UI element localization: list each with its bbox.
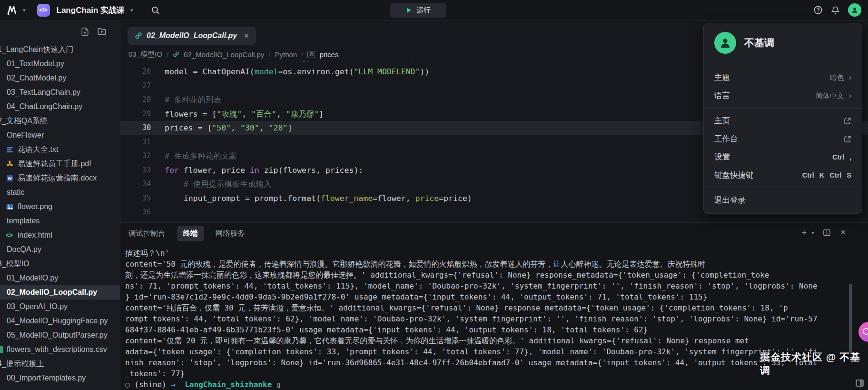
user-avatar[interactable]	[848, 3, 861, 17]
file-label: 1_LangChain快速入门	[0, 45, 73, 55]
bottom-panel: 调试控制台终端网络服务 ＋ ▾ ✕ 描述吗？\n'content='50 元的玫…	[120, 222, 868, 390]
line-number: 28	[120, 93, 151, 107]
play-icon	[406, 7, 412, 13]
close-icon[interactable]: ✕	[244, 32, 249, 40]
panel-tab[interactable]: 终端	[177, 226, 204, 241]
breadcrumb-folder[interactable]: 03_模型IO	[128, 50, 162, 59]
close-panel-icon[interactable]: ✕	[840, 228, 846, 237]
tree-item[interactable]: 03_TextLangChain.py	[0, 85, 120, 100]
tree-item[interactable]: 1_LangChain快速入门	[0, 42, 120, 57]
line-number: 26	[120, 65, 151, 79]
tree-item[interactable]: 04_ModelIO_HuggingFace.py	[0, 314, 120, 328]
chevron-down-icon[interactable]: ▾	[811, 230, 814, 235]
search-icon[interactable]	[151, 6, 160, 15]
tree-item[interactable]: 02_ChatModel.py	[0, 71, 120, 85]
breadcrumb-symbol[interactable]: prices	[319, 50, 338, 59]
dock-panel-icon[interactable]	[855, 379, 864, 388]
project-icon: </>	[37, 4, 50, 17]
menu-item-value: 暗色	[830, 73, 844, 82]
keyboard-shortcut: Ctrl ,	[832, 153, 851, 161]
tree-item[interactable]: flower.png	[0, 200, 120, 214]
terminal-scrollbar[interactable]	[849, 284, 852, 353]
csv-file-icon	[0, 346, 3, 353]
code-text	[151, 135, 165, 150]
run-button[interactable]: 运行	[390, 3, 446, 18]
tree-item[interactable]: 3_模型IO	[0, 257, 120, 271]
menu-item-right: Ctrl ,	[832, 153, 851, 161]
file-tree: 1_LangChain快速入门01_TextModel.py02_ChatMod…	[0, 42, 120, 385]
line-number: 35	[120, 191, 151, 206]
watermark-text: 掘金技术社区 @ 不基调	[760, 350, 868, 377]
html-icon: <>	[6, 231, 14, 239]
tree-item[interactable]: <>index.html	[0, 228, 120, 242]
variable-icon: @	[307, 51, 315, 58]
tree-item[interactable]: 05_ModelIO_OutputParser.py	[0, 328, 120, 342]
breadcrumb-language[interactable]: Python	[275, 50, 297, 59]
tree-item[interactable]: static	[0, 185, 120, 200]
divider	[704, 65, 862, 65]
file-label: 01_ModelIO.py	[7, 274, 59, 282]
code-text: flowers = ["玫瑰", "百合", "康乃馨"]	[151, 107, 324, 121]
tree-item[interactable]: 04_ChatLongChain.py	[0, 100, 120, 114]
panel-tab[interactable]: 调试控制台	[128, 229, 166, 239]
terminal-output-line: 684f37-8846-41eb-af49-6b35771b23f5-0' us…	[125, 324, 846, 335]
line-number: 29	[120, 107, 151, 121]
tree-item[interactable]: templates	[0, 214, 120, 228]
file-label: 易速鲜花运营指南.docx	[18, 173, 97, 183]
split-panel-icon[interactable]	[823, 229, 831, 237]
menu-item-settings[interactable]: 设置Ctrl ,	[704, 148, 862, 166]
terminal-prompt[interactable]: ○ (shine) → LangChain_shizhanke ▯	[125, 379, 846, 390]
tree-item[interactable]: 4_提示模板上	[0, 357, 120, 371]
divider	[704, 108, 862, 109]
tree-item[interactable]: W易速鲜花运营指南.docx	[0, 171, 120, 185]
tree-item[interactable]: 01_ModelIO.py	[0, 271, 120, 285]
tree-item[interactable]: 易速鲜花员工手册.pdf	[0, 157, 120, 171]
topbar: ▾ </> LangChain 实战课 ▾ 运行	[0, 0, 868, 20]
code-text: # model = OpenAI(model_name="gpt-3.5-tur…	[151, 61, 415, 65]
chevron-down-icon[interactable]: ▾	[130, 8, 133, 13]
chevron-down-icon[interactable]: ▾	[23, 8, 26, 13]
terminal-output[interactable]: 描述吗？\n'content='50 元的玫瑰，是爱的使者，传递着深情与浪漫。它…	[120, 245, 868, 390]
tree-item[interactable]: DocQA.py	[0, 242, 120, 257]
tree-item[interactable]: 03_OpenAI_IO.py	[0, 300, 120, 314]
menu-item-keyboard-shortcuts[interactable]: 键盘快捷键Ctrl K Ctrl S	[704, 166, 862, 184]
file-label: templates	[7, 217, 39, 225]
help-icon[interactable]	[813, 5, 823, 15]
notifications-bell-icon[interactable]	[831, 6, 840, 15]
file-label: 2_文档QA系统	[0, 116, 48, 126]
tree-item[interactable]: 02_ModelIO_LoopCall.py	[0, 285, 120, 300]
tree-item[interactable]: flowers_with_descriptions.csv	[0, 342, 120, 357]
docx-icon: W	[6, 174, 14, 182]
file-label: 04_ModelIO_HuggingFace.py	[7, 317, 108, 325]
external-link-icon	[844, 117, 851, 125]
project-name[interactable]: LangChain 实战课	[57, 5, 125, 16]
menu-item-logout[interactable]: 退出登录	[704, 191, 862, 210]
terminal-output-line: nish_reason': 'stop', 'logprobs': None} …	[125, 357, 846, 368]
breadcrumb-separator: /	[268, 50, 270, 59]
terminal-output-line: 刻，还是为生活增添一抹亮丽的色彩，这束玫瑰都将是您的最佳选择。' additio…	[125, 270, 846, 280]
file-label: 花语大全.txt	[18, 145, 58, 155]
username: 不基调	[744, 36, 774, 50]
tree-item[interactable]: 花语大全.txt	[0, 142, 120, 157]
menu-item-right: 简体中文›	[816, 91, 851, 100]
divider	[704, 188, 862, 188]
line-number: 31	[120, 135, 151, 150]
tab-title: 02_ModelIO_LoopCall.py	[147, 31, 237, 40]
app-logo-icon[interactable]	[7, 4, 18, 16]
tree-item[interactable]: 2_文档QA系统	[0, 114, 120, 128]
new-file-icon[interactable]	[80, 27, 89, 36]
menu-item-theme[interactable]: 主题暗色›	[704, 69, 862, 87]
tree-item[interactable]: 01_TextModel.py	[0, 57, 120, 71]
menu-item-home[interactable]: 主页	[704, 112, 862, 130]
pdf-icon	[6, 160, 14, 168]
menu-item-workbench[interactable]: 工作台	[704, 130, 862, 148]
new-folder-icon[interactable]	[97, 27, 107, 36]
panel-tab[interactable]: 网络服务	[216, 229, 245, 239]
tree-item[interactable]: 00_ImportTemplates.py	[0, 371, 120, 385]
breadcrumb-file[interactable]: 02_ModelIO_LoopCall.py	[184, 50, 264, 59]
tree-item[interactable]: OneFlower	[0, 128, 120, 142]
editor-tab-active[interactable]: 02_ModelIO_LoopCall.py ✕	[128, 27, 256, 45]
add-terminal-icon[interactable]: ＋	[799, 228, 808, 237]
file-label: 易速鲜花员工手册.pdf	[18, 159, 91, 169]
menu-item-language[interactable]: 语言简体中文›	[704, 87, 862, 105]
